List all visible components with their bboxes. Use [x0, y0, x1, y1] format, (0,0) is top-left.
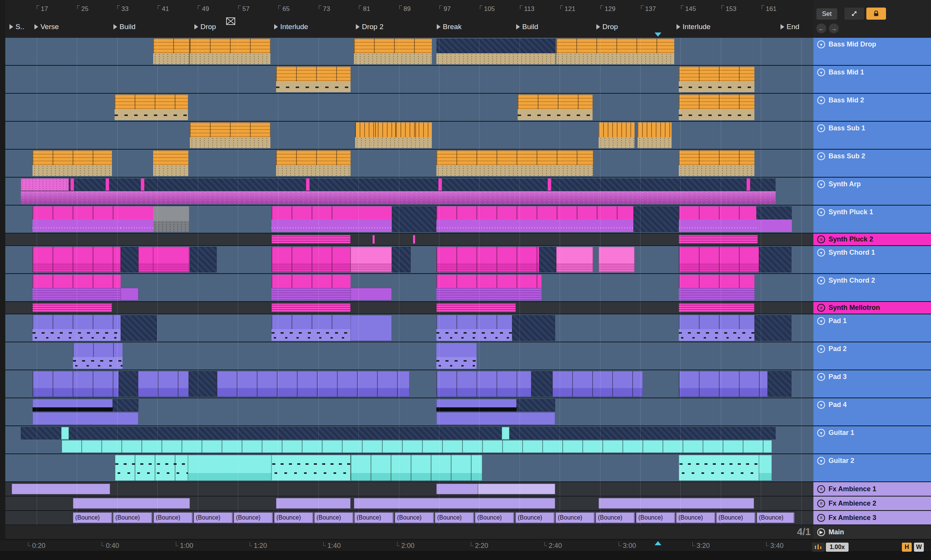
track-header-bass-sub-1[interactable]: ▾Bass Sub 1	[813, 122, 931, 150]
clip[interactable]: (Bounce)	[314, 512, 354, 523]
prev-marker-button[interactable]: ←	[816, 23, 826, 33]
set-locator-button[interactable]: Set	[816, 8, 837, 20]
clip[interactable]	[599, 247, 635, 272]
play-icon[interactable]: ▶	[817, 528, 825, 536]
track-header-synth-arp[interactable]: ▾Synth Arp	[813, 178, 931, 206]
clip[interactable]	[73, 343, 123, 369]
clip[interactable]	[33, 150, 112, 176]
clip[interactable]	[679, 371, 768, 397]
track-lane-bass-mid-drop[interactable]	[0, 38, 813, 66]
track-header-guitar-2[interactable]: ▾Guitar 2	[813, 454, 931, 482]
clip[interactable]	[518, 94, 593, 120]
clip[interactable]	[189, 371, 217, 397]
track-header-pad-2[interactable]: ▾Pad 2	[813, 342, 931, 370]
locator-build[interactable]: Build	[516, 23, 538, 31]
clip[interactable]	[436, 39, 555, 64]
clip[interactable]	[306, 178, 310, 191]
insert-marker-top-icon[interactable]	[655, 32, 661, 37]
track-lane-bass-mid-2[interactable]	[0, 94, 813, 122]
clip[interactable]	[354, 498, 555, 509]
playback-speed[interactable]: 1.00x	[826, 543, 849, 552]
clip[interactable]	[392, 247, 411, 272]
clip[interactable]	[679, 275, 754, 300]
clip[interactable]	[633, 206, 679, 232]
clip[interactable]	[61, 427, 69, 439]
clip[interactable]	[351, 455, 482, 481]
clip[interactable]	[153, 150, 188, 176]
track-lane-synth-pluck-1[interactable]	[0, 206, 813, 234]
clip[interactable]	[73, 498, 190, 509]
clip[interactable]: (Bounce)	[716, 512, 756, 523]
clip[interactable]: (Bounce)	[435, 512, 474, 523]
clip[interactable]	[138, 371, 189, 397]
clip[interactable]	[351, 315, 392, 341]
width-zoom-button[interactable]: W	[914, 543, 924, 552]
clip[interactable]	[21, 178, 69, 191]
track-header-fx-ambience-3[interactable]: ≡Fx Ambience 3	[813, 511, 931, 525]
fold-arrow-icon[interactable]: ▾	[817, 373, 825, 381]
track-lane-pad-2[interactable]	[0, 342, 813, 370]
clip[interactable]	[436, 275, 542, 300]
insert-marker-bottom-icon[interactable]	[655, 541, 661, 545]
track-header-pad-1[interactable]: ▾Pad 1	[813, 314, 931, 342]
fold-arrow-icon[interactable]: ▾	[817, 317, 825, 325]
lock-button[interactable]	[866, 8, 886, 20]
clip[interactable]	[556, 247, 593, 272]
clip[interactable]	[392, 206, 436, 232]
clip[interactable]	[21, 178, 776, 204]
clip[interactable]	[106, 178, 109, 191]
menu-icon[interactable]: ≡	[817, 514, 825, 522]
track-lane-pad-4[interactable]	[0, 398, 813, 426]
locator-break[interactable]: Break	[437, 23, 462, 31]
time-ruler[interactable]: 0:200:401:001:201:402:002:202:403:003:20…	[0, 540, 931, 551]
clip[interactable]: (Bounce)	[596, 512, 635, 523]
track-header-bass-mid-drop[interactable]: ▾Bass Mid Drop	[813, 38, 931, 66]
clip[interactable]	[351, 247, 392, 272]
clip[interactable]	[436, 484, 478, 494]
clip[interactable]	[372, 235, 375, 244]
track-lane-bass-sub-2[interactable]	[0, 150, 813, 178]
clip[interactable]	[12, 484, 110, 494]
clip[interactable]	[438, 178, 442, 191]
fold-arrow-icon[interactable]: ▾	[817, 180, 825, 188]
clip[interactable]: (Bounce)	[555, 512, 595, 523]
clip[interactable]	[190, 122, 270, 148]
clip[interactable]	[153, 206, 189, 232]
clip[interactable]	[351, 206, 392, 232]
clip[interactable]	[272, 303, 351, 312]
locator-drop[interactable]: Drop	[596, 23, 618, 31]
beat-time-ruler[interactable]: 1725334149576573818997105113121129137145…	[0, 0, 813, 38]
clip[interactable]	[272, 275, 351, 300]
clip[interactable]	[548, 178, 551, 191]
clip[interactable]	[679, 247, 759, 272]
clip[interactable]	[121, 206, 153, 232]
clip[interactable]	[276, 150, 351, 176]
clip[interactable]	[679, 315, 754, 341]
clip[interactable]	[436, 371, 531, 397]
expand-view-button[interactable]	[844, 8, 864, 20]
clip[interactable]	[272, 247, 351, 272]
menu-icon[interactable]: ≡	[817, 485, 825, 493]
clip[interactable]	[478, 484, 555, 494]
track-header-pad-4[interactable]: ▾Pad 4	[813, 398, 931, 426]
clip[interactable]: (Bounce)	[636, 512, 675, 523]
locator-end[interactable]: End	[780, 23, 799, 31]
next-marker-button[interactable]: →	[829, 23, 839, 33]
clip[interactable]	[599, 122, 635, 148]
clip[interactable]	[190, 39, 270, 64]
clip[interactable]	[759, 455, 772, 481]
fold-arrow-icon[interactable]: ▾	[817, 40, 825, 48]
clip[interactable]	[33, 275, 121, 300]
track-lane-pad-3[interactable]	[0, 370, 813, 398]
clip[interactable]	[33, 303, 112, 312]
clip[interactable]	[436, 399, 517, 411]
clip[interactable]	[638, 122, 672, 148]
clip[interactable]	[436, 303, 516, 312]
locator-build[interactable]: Build	[113, 23, 135, 31]
clip[interactable]	[61, 440, 772, 453]
time-signature-marker[interactable]: 4/1	[784, 526, 811, 538]
clip[interactable]	[119, 371, 138, 397]
clip[interactable]	[759, 247, 791, 272]
track-header-fx-ambience-1[interactable]: ≡Fx Ambience 1	[813, 482, 931, 497]
track-lane-bass-mid-1[interactable]	[0, 66, 813, 94]
